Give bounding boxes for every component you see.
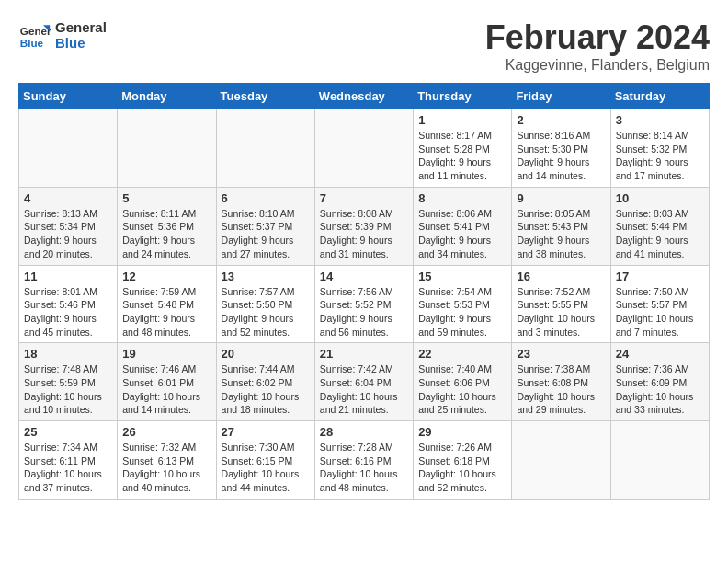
table-row <box>216 109 314 188</box>
calendar-header-row: Sunday Monday Tuesday Wednesday Thursday… <box>19 84 710 109</box>
table-row <box>610 421 709 500</box>
day-number: 19 <box>122 347 210 361</box>
table-row: 26Sunrise: 7:32 AM Sunset: 6:13 PM Dayli… <box>118 421 216 500</box>
table-row: 5Sunrise: 8:11 AM Sunset: 5:36 PM Daylig… <box>118 187 216 265</box>
table-row: 16Sunrise: 7:52 AM Sunset: 5:55 PM Dayli… <box>512 265 610 343</box>
day-detail: Sunrise: 8:13 AM Sunset: 5:34 PM Dayligh… <box>24 207 112 261</box>
day-detail: Sunrise: 7:48 AM Sunset: 5:59 PM Dayligh… <box>24 362 112 417</box>
day-detail: Sunrise: 7:26 AM Sunset: 6:18 PM Dayligh… <box>418 441 506 495</box>
logo-blue-text: Blue <box>55 35 107 51</box>
title-section: February 2024 Kaggevinne, Flanders, Belg… <box>485 18 710 74</box>
calendar-week-row: 11Sunrise: 8:01 AM Sunset: 5:46 PM Dayli… <box>19 265 710 343</box>
day-detail: Sunrise: 8:03 AM Sunset: 5:44 PM Dayligh… <box>616 207 704 261</box>
day-detail: Sunrise: 8:06 AM Sunset: 5:41 PM Dayligh… <box>418 207 506 261</box>
day-number: 2 <box>517 113 605 127</box>
table-row: 8Sunrise: 8:06 AM Sunset: 5:41 PM Daylig… <box>414 187 512 265</box>
day-number: 16 <box>517 270 605 283</box>
day-number: 23 <box>517 347 605 361</box>
day-detail: Sunrise: 8:10 AM Sunset: 5:37 PM Dayligh… <box>222 207 310 261</box>
day-number: 6 <box>222 191 310 205</box>
col-wednesday: Wednesday <box>314 84 413 109</box>
day-number: 3 <box>616 113 704 127</box>
day-detail: Sunrise: 7:56 AM Sunset: 5:52 PM Dayligh… <box>320 285 408 339</box>
calendar-week-row: 4Sunrise: 8:13 AM Sunset: 5:34 PM Daylig… <box>19 187 710 265</box>
logo-general-text: General <box>55 19 107 35</box>
table-row <box>19 109 118 188</box>
day-number: 12 <box>122 270 210 283</box>
table-row: 10Sunrise: 8:03 AM Sunset: 5:44 PM Dayli… <box>610 187 709 265</box>
day-detail: Sunrise: 7:36 AM Sunset: 6:09 PM Dayligh… <box>616 362 704 417</box>
page-header: General Blue General Blue February 2024 … <box>18 18 710 74</box>
day-detail: Sunrise: 8:14 AM Sunset: 5:32 PM Dayligh… <box>616 129 704 183</box>
table-row: 14Sunrise: 7:56 AM Sunset: 5:52 PM Dayli… <box>314 265 413 343</box>
table-row: 18Sunrise: 7:48 AM Sunset: 5:59 PM Dayli… <box>19 343 118 421</box>
day-detail: Sunrise: 7:46 AM Sunset: 6:01 PM Dayligh… <box>122 362 210 417</box>
day-detail: Sunrise: 7:59 AM Sunset: 5:48 PM Dayligh… <box>122 285 210 339</box>
table-row: 21Sunrise: 7:42 AM Sunset: 6:04 PM Dayli… <box>314 343 413 421</box>
day-detail: Sunrise: 7:32 AM Sunset: 6:13 PM Dayligh… <box>122 441 210 495</box>
day-detail: Sunrise: 7:34 AM Sunset: 6:11 PM Dayligh… <box>24 441 112 495</box>
col-saturday: Saturday <box>610 84 709 109</box>
col-monday: Monday <box>118 84 216 109</box>
day-detail: Sunrise: 8:01 AM Sunset: 5:46 PM Dayligh… <box>24 285 112 339</box>
day-number: 8 <box>418 191 506 205</box>
table-row: 19Sunrise: 7:46 AM Sunset: 6:01 PM Dayli… <box>118 343 216 421</box>
day-number: 10 <box>616 191 704 205</box>
table-row <box>118 109 216 188</box>
table-row: 20Sunrise: 7:44 AM Sunset: 6:02 PM Dayli… <box>216 343 314 421</box>
day-detail: Sunrise: 7:57 AM Sunset: 5:50 PM Dayligh… <box>222 285 310 339</box>
table-row <box>314 109 413 188</box>
day-number: 26 <box>122 425 210 439</box>
table-row: 27Sunrise: 7:30 AM Sunset: 6:15 PM Dayli… <box>216 421 314 500</box>
calendar-week-row: 18Sunrise: 7:48 AM Sunset: 5:59 PM Dayli… <box>19 343 710 421</box>
day-detail: Sunrise: 7:38 AM Sunset: 6:08 PM Dayligh… <box>517 362 605 417</box>
day-detail: Sunrise: 7:28 AM Sunset: 6:16 PM Dayligh… <box>320 441 408 495</box>
table-row: 3Sunrise: 8:14 AM Sunset: 5:32 PM Daylig… <box>610 109 709 188</box>
table-row: 23Sunrise: 7:38 AM Sunset: 6:08 PM Dayli… <box>512 343 610 421</box>
day-number: 25 <box>24 425 112 439</box>
table-row: 12Sunrise: 7:59 AM Sunset: 5:48 PM Dayli… <box>118 265 216 343</box>
table-row <box>512 421 610 500</box>
calendar-table: Sunday Monday Tuesday Wednesday Thursday… <box>18 83 710 500</box>
day-detail: Sunrise: 7:50 AM Sunset: 5:57 PM Dayligh… <box>616 285 704 339</box>
day-number: 27 <box>222 425 310 439</box>
table-row: 17Sunrise: 7:50 AM Sunset: 5:57 PM Dayli… <box>610 265 709 343</box>
col-friday: Friday <box>512 84 610 109</box>
table-row: 28Sunrise: 7:28 AM Sunset: 6:16 PM Dayli… <box>314 421 413 500</box>
col-tuesday: Tuesday <box>216 84 314 109</box>
table-row: 11Sunrise: 8:01 AM Sunset: 5:46 PM Dayli… <box>19 265 118 343</box>
table-row: 9Sunrise: 8:05 AM Sunset: 5:43 PM Daylig… <box>512 187 610 265</box>
day-detail: Sunrise: 7:54 AM Sunset: 5:53 PM Dayligh… <box>418 285 506 339</box>
day-number: 11 <box>24 270 112 283</box>
day-number: 15 <box>418 270 506 283</box>
day-number: 9 <box>517 191 605 205</box>
day-detail: Sunrise: 7:44 AM Sunset: 6:02 PM Dayligh… <box>222 362 310 417</box>
day-number: 13 <box>222 270 310 283</box>
table-row: 6Sunrise: 8:10 AM Sunset: 5:37 PM Daylig… <box>216 187 314 265</box>
day-number: 21 <box>320 347 408 361</box>
table-row: 22Sunrise: 7:40 AM Sunset: 6:06 PM Dayli… <box>414 343 512 421</box>
calendar-week-row: 25Sunrise: 7:34 AM Sunset: 6:11 PM Dayli… <box>19 421 710 500</box>
day-number: 22 <box>418 347 506 361</box>
day-number: 1 <box>418 113 506 127</box>
day-number: 20 <box>222 347 310 361</box>
main-title: February 2024 <box>485 18 710 57</box>
calendar-week-row: 1Sunrise: 8:17 AM Sunset: 5:28 PM Daylig… <box>19 109 710 188</box>
table-row: 4Sunrise: 8:13 AM Sunset: 5:34 PM Daylig… <box>19 187 118 265</box>
table-row: 1Sunrise: 8:17 AM Sunset: 5:28 PM Daylig… <box>414 109 512 188</box>
table-row: 2Sunrise: 8:16 AM Sunset: 5:30 PM Daylig… <box>512 109 610 188</box>
day-detail: Sunrise: 8:05 AM Sunset: 5:43 PM Dayligh… <box>517 207 605 261</box>
table-row: 25Sunrise: 7:34 AM Sunset: 6:11 PM Dayli… <box>19 421 118 500</box>
day-detail: Sunrise: 8:17 AM Sunset: 5:28 PM Dayligh… <box>418 129 506 183</box>
table-row: 15Sunrise: 7:54 AM Sunset: 5:53 PM Dayli… <box>414 265 512 343</box>
day-number: 17 <box>616 270 704 283</box>
svg-text:Blue: Blue <box>20 37 44 49</box>
day-detail: Sunrise: 7:42 AM Sunset: 6:04 PM Dayligh… <box>320 362 408 417</box>
day-number: 24 <box>616 347 704 361</box>
day-number: 14 <box>320 270 408 283</box>
subtitle: Kaggevinne, Flanders, Belgium <box>485 57 710 74</box>
day-detail: Sunrise: 8:16 AM Sunset: 5:30 PM Dayligh… <box>517 129 605 183</box>
day-number: 28 <box>320 425 408 439</box>
day-detail: Sunrise: 8:08 AM Sunset: 5:39 PM Dayligh… <box>320 207 408 261</box>
day-number: 5 <box>122 191 210 205</box>
